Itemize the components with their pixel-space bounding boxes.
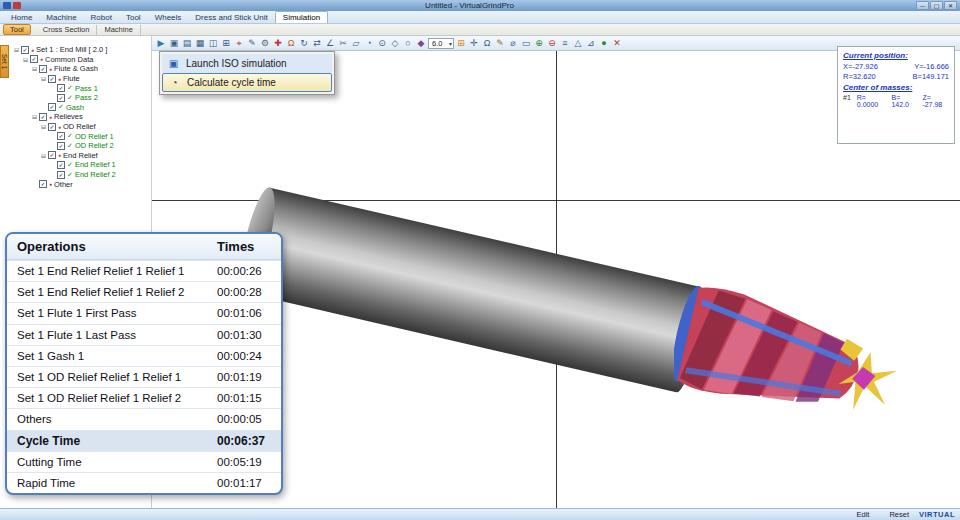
mesh-view-icon[interactable]: ≡ [559,37,571,50]
target-icon[interactable]: ⊙ [376,37,388,50]
checkbox[interactable]: ✓ [57,94,65,102]
ribbon-tab-tool[interactable]: Tool [119,12,148,23]
tool-shank-cylinder [236,185,710,394]
expander-icon[interactable]: ⊟ [40,75,47,82]
checkbox[interactable]: ✓ [48,75,56,83]
crosshair-icon[interactable]: ✛ [468,37,480,50]
tree-item-other[interactable]: ✓●Other [13,179,151,189]
omega-angle-icon[interactable]: Ω [481,37,493,50]
status-ok-icon[interactable]: ● [598,37,610,50]
operation-row: Set 1 OD Relief Relief 1 Relief 100:01:1… [7,366,281,387]
zoom-level-value: 6.0 [432,39,442,48]
checkbox[interactable]: ✓ [39,113,47,121]
rotate-view-icon[interactable]: ↻ [298,37,310,50]
section-cut-icon[interactable]: ✂ [337,37,349,50]
collision-check-icon[interactable]: ✚ [272,37,284,50]
expander-icon[interactable]: ⊟ [40,152,47,159]
tree-item-end-relief-2[interactable]: ✓✓End Relief 2 [13,170,151,180]
checkbox[interactable]: ✓ [57,84,65,92]
tab-machine[interactable]: Machine [97,25,140,35]
checkbox[interactable]: ✓ [21,46,29,54]
close-view-icon[interactable]: ✕ [611,37,623,50]
maximize-button[interactable]: ▢ [930,1,943,10]
tree-item-flute[interactable]: ⊟✓●Flute [13,74,151,84]
run-simulation-icon[interactable]: ▶ [155,37,167,50]
tree-item-flute-gash[interactable]: ⊟✓●Flute & Gash [13,64,151,74]
tree-item-od-relief[interactable]: ⊟✓●OD Relief [13,122,151,132]
tree-item-relieves[interactable]: ⊟✓●Relieves [13,112,151,122]
probe-icon[interactable]: ⌖ [233,37,245,50]
close-button[interactable]: ✕ [944,1,957,10]
operation-time: 00:01:15 [217,392,277,404]
tree-item-pass-2[interactable]: ✓✓Pass 2 [13,93,151,103]
tool-panel-button[interactable]: Tool [3,24,31,35]
zoom-level-select[interactable]: 6.0▾ [428,38,454,49]
expander-icon[interactable]: ⊟ [13,46,20,53]
wedge-view-icon[interactable]: ⊿ [585,37,597,50]
minimize-button[interactable]: ─ [916,1,929,10]
tree-item-od-relief-2[interactable]: ✓✓OD Relief 2 [13,141,151,151]
expander-icon[interactable]: ⊟ [22,56,29,63]
diameter-icon[interactable]: ⌀ [507,37,519,50]
checkbox[interactable]: ✓ [48,103,56,111]
status-edit-label[interactable]: Edit [846,510,879,519]
wheel-pack-icon[interactable]: ◫ [207,37,219,50]
node-icon: ● [49,66,52,72]
tree-item-pass-1[interactable]: ✓✓Pass 1 [13,83,151,93]
ribbon-tab-robot[interactable]: Robot [84,12,119,23]
set-1-side-tab[interactable]: Set 1 [0,45,9,78]
expander-icon[interactable]: ⊟ [31,113,38,120]
checkbox[interactable]: ✓ [57,161,65,169]
edit-path-icon[interactable]: ✎ [246,37,258,50]
menu-item-calculate-cycle-time[interactable]: ◔ Calculate cycle time [162,73,332,92]
annotate-icon[interactable]: ✎ [494,37,506,50]
expander-icon[interactable]: ⊟ [40,123,47,130]
menu-item-launch-iso-simulation[interactable]: ▣ Launch ISO simulation [162,54,332,73]
tree-item-end-relief-1[interactable]: ✓✓End Relief 1 [13,160,151,170]
tree-item-set-1-end-mill-2-0[interactable]: ⊟✓●Set 1 : End Mill [ 2.0 ] [13,45,151,55]
circle-view-icon[interactable]: ○ [402,37,414,50]
add-grid-icon[interactable]: ⊞ [455,37,467,50]
ribbon-tab-home[interactable]: Home [4,12,39,23]
checkbox[interactable]: ✓ [57,142,65,150]
ribbon-tab-machine[interactable]: Machine [39,12,83,23]
tab-cross-section[interactable]: Cross Section [36,25,98,35]
swap-view-icon[interactable]: ⇄ [311,37,323,50]
triangle-view-icon[interactable]: △ [572,37,584,50]
operations-table-header: Operations Times [7,234,281,260]
magnet-snap-icon[interactable]: Ω [285,37,297,50]
ribbon-tab-simulation[interactable]: Simulation [275,11,328,23]
checkbox[interactable]: ✓ [57,171,65,179]
operation-name: Set 1 Gash 1 [17,350,217,362]
machine-view-icon[interactable]: ▦ [194,37,206,50]
checkbox[interactable]: ✓ [57,132,65,140]
checkbox[interactable]: ✓ [39,180,47,188]
tree-item-gash[interactable]: ✓✓Gash [13,103,151,113]
cycle-clock-icon[interactable]: ◔ [363,37,375,50]
plane-view-icon[interactable]: ▱ [350,37,362,50]
checkbox[interactable]: ✓ [48,151,56,159]
tree-item-common-data[interactable]: ⊟✓●Common Data [13,55,151,65]
operation-name: Set 1 Flute 1 Last Pass [17,329,217,341]
tree-item-od-relief-1[interactable]: ✓✓OD Relief 1 [13,131,151,141]
tool-holder-icon[interactable]: ⊞ [220,37,232,50]
ribbon-tab-wheels[interactable]: Wheels [148,12,189,23]
remove-icon[interactable]: ⊖ [546,37,558,50]
diamond-view-icon[interactable]: ◇ [389,37,401,50]
checkbox[interactable]: ✓ [30,55,38,63]
report-icon[interactable]: ▤ [181,37,193,50]
add-icon[interactable]: ⊕ [533,37,545,50]
frame-view-icon[interactable]: ▭ [520,37,532,50]
checkbox[interactable]: ✓ [48,123,56,131]
quick-access-icon[interactable] [13,2,21,9]
ribbon-tab-dress-and-stick-unit[interactable]: Dress and Stick Unit [188,12,274,23]
status-reset-label[interactable]: Reset [879,510,919,519]
solid-view-icon[interactable]: ◆ [415,37,427,50]
status-brand-label: VIRTUAL [919,510,960,519]
iso-simulation-icon[interactable]: ▣ [168,37,180,50]
settings-gear-icon[interactable]: ⚙ [259,37,271,50]
angle-measure-icon[interactable]: ∠ [324,37,336,50]
checkbox[interactable]: ✓ [39,65,47,73]
tree-item-end-relief[interactable]: ⊟✓●End Relief [13,151,151,161]
expander-icon[interactable]: ⊟ [31,65,38,72]
